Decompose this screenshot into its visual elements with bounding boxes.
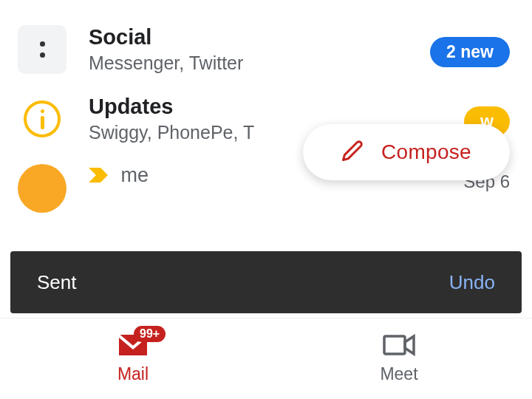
category-row-social[interactable]: Social Messenger, Twitter 2 new <box>0 15 532 84</box>
info-icon <box>24 100 61 137</box>
social-avatar <box>18 25 66 74</box>
unread-count-badge: 99+ <box>134 326 166 342</box>
new-badge: 2 new <box>430 37 510 67</box>
sender-name: me <box>121 164 149 186</box>
nav-mail[interactable]: 99+ Mail <box>0 318 266 399</box>
compose-button[interactable]: Compose <box>303 124 510 180</box>
nav-label: Mail <box>117 364 149 384</box>
undo-button[interactable]: Undo <box>449 271 495 294</box>
people-icon <box>40 41 45 58</box>
nav-label: Meet <box>380 364 417 384</box>
pencil-icon <box>341 140 364 165</box>
updates-avatar <box>18 95 66 143</box>
snackbar-text: Sent <box>37 271 77 294</box>
bottom-navigation: 99+ Mail Meet <box>0 318 532 399</box>
important-icon <box>89 165 108 188</box>
category-title: Updates <box>89 95 514 119</box>
mail-icon: 99+ <box>117 333 149 360</box>
sender-avatar <box>18 164 66 213</box>
snackbar: Sent Undo <box>10 251 522 313</box>
compose-label: Compose <box>381 140 471 164</box>
nav-meet[interactable]: Meet <box>266 318 532 399</box>
svg-rect-0 <box>384 336 405 354</box>
video-icon <box>383 333 415 360</box>
